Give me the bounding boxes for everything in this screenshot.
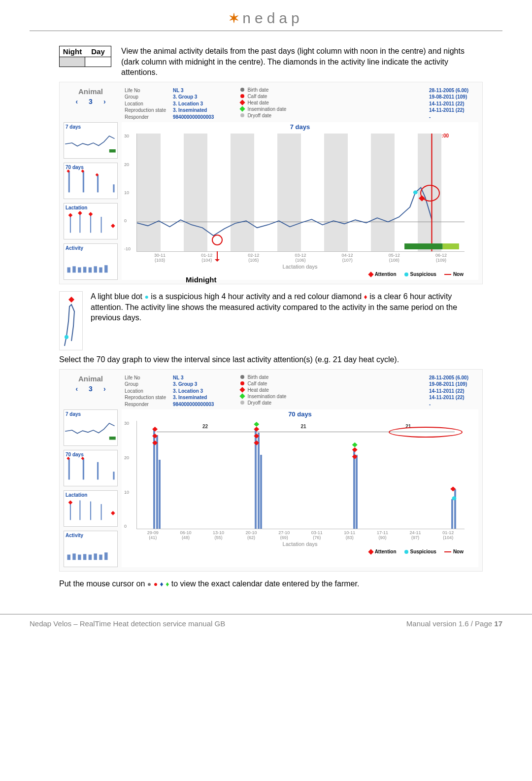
svg-rect-19 [83, 267, 86, 273]
night-day-legend: Night Day [59, 46, 111, 67]
svg-rect-1 [68, 171, 70, 192]
thumb-activity-2[interactable]: Activity [64, 531, 118, 567]
svg-marker-55 [152, 441, 158, 445]
paragraph-1: View the animal activity details from th… [121, 46, 483, 78]
svg-rect-22 [99, 268, 102, 273]
svg-rect-49 [89, 555, 92, 560]
svg-rect-28 [404, 243, 443, 249]
thumb-activity[interactable]: Activity [64, 243, 118, 280]
animal-next-button-2[interactable]: › [103, 385, 106, 393]
thumb-7days[interactable]: 7 days [64, 122, 118, 159]
svg-point-26 [413, 191, 418, 195]
svg-marker-12 [68, 213, 73, 218]
svg-marker-14 [89, 212, 93, 217]
footer-left: Nedap Velos – RealTime Heat detection se… [30, 619, 225, 628]
svg-marker-62 [254, 422, 259, 427]
svg-rect-23 [104, 265, 107, 272]
paragraph-2: A light blue dot ● is a suspicious high … [91, 291, 483, 323]
logo-star-icon: ✶ [229, 11, 239, 26]
svg-rect-2 [83, 171, 84, 192]
svg-rect-48 [83, 554, 86, 560]
meta-labels: Life No Group Location Reproduction stat… [125, 87, 166, 121]
thumb-7days-2[interactable]: 7 days [64, 409, 118, 446]
svg-marker-43 [68, 501, 73, 505]
svg-rect-45 [67, 555, 70, 560]
animal-next-button[interactable]: › [103, 98, 106, 105]
svg-rect-21 [94, 267, 97, 273]
svg-marker-61 [450, 487, 456, 492]
animal-number-2: 3 [89, 385, 93, 393]
chart-70days: 70 days 30 20 10 0 22 21 [122, 409, 478, 567]
svg-rect-35 [97, 462, 99, 480]
brand-text: nedap [242, 10, 303, 27]
svg-marker-13 [78, 211, 82, 215]
chart-7days: 7 days 09:00 30 20 10 0 -10 [122, 122, 478, 280]
svg-point-64 [452, 497, 457, 501]
night-label: Night [60, 46, 85, 57]
meta-values: NL 3 3. Group 3 3. Location 3 3. Insemin… [173, 87, 214, 121]
svg-rect-3 [97, 175, 99, 193]
svg-rect-4 [113, 184, 114, 192]
svg-marker-58 [254, 441, 259, 445]
thumb-70days[interactable]: 70 days [64, 163, 118, 199]
animal-prev-button-2[interactable]: ‹ [75, 385, 78, 393]
svg-marker-63 [352, 442, 358, 447]
svg-rect-50 [94, 554, 97, 560]
svg-rect-17 [72, 267, 75, 273]
paragraph-3: Select the 70 day graph to view the inte… [59, 354, 483, 365]
day-cell [85, 57, 111, 67]
svg-marker-44 [111, 511, 115, 515]
svg-rect-32 [109, 437, 116, 440]
svg-rect-29 [443, 243, 459, 249]
midnight-label: Midnight [186, 275, 216, 284]
svg-marker-56 [254, 427, 259, 432]
svg-rect-51 [99, 555, 102, 560]
screenshot-70days: Animal ‹ 3 › Life No Group Location Repr… [59, 369, 483, 572]
page-footer: Nedap Velos – RealTime Heat detection se… [0, 614, 532, 638]
svg-marker-53 [152, 427, 158, 432]
thumb-lactation[interactable]: Lactation [64, 203, 118, 239]
activity-line-snippet [59, 291, 83, 350]
svg-rect-0 [109, 149, 116, 152]
svg-marker-57 [254, 434, 259, 439]
svg-rect-46 [72, 554, 75, 560]
svg-rect-16 [67, 268, 70, 273]
screenshot-7days: Animal ‹ 3 › Life No Group Location Repr… [59, 82, 483, 285]
date-keys: Birth date Calf date Heat date Inseminat… [240, 87, 286, 118]
svg-rect-36 [113, 472, 114, 480]
svg-rect-18 [78, 268, 81, 273]
thumb-70days-2[interactable]: 70 days [64, 450, 118, 486]
svg-marker-31 [68, 297, 74, 303]
animal-selector: Animal ‹ 3 › [64, 87, 118, 105]
footer-right: Manual version 1.6 / Page 17 [406, 619, 502, 628]
svg-rect-52 [104, 553, 107, 560]
day-label: Day [85, 46, 111, 57]
svg-rect-20 [89, 268, 92, 273]
brand-logo: ✶ nedap [229, 10, 303, 27]
date-values: 28-11-2005 (6.00) 19-08-2011 (109) 14-11… [429, 87, 478, 121]
svg-rect-33 [68, 459, 70, 480]
animal-prev-button[interactable]: ‹ [75, 98, 78, 105]
animal-number: 3 [89, 98, 93, 105]
svg-marker-54 [152, 434, 158, 439]
svg-marker-59 [352, 447, 358, 452]
svg-rect-47 [78, 555, 81, 560]
animal-selector-2: Animal ‹ 3 › [64, 374, 118, 393]
night-cell [60, 57, 85, 67]
svg-marker-60 [352, 454, 358, 459]
thumb-lactation-2[interactable]: Lactation [64, 490, 118, 527]
arrow-down-icon [217, 251, 218, 261]
svg-rect-34 [83, 459, 84, 480]
paragraph-4: Put the mouse cursor on ● ● ♦ ♦ to view … [59, 578, 483, 589]
svg-point-30 [65, 335, 68, 339]
svg-marker-15 [111, 224, 115, 228]
page-header: ✶ nedap [30, 0, 502, 31]
